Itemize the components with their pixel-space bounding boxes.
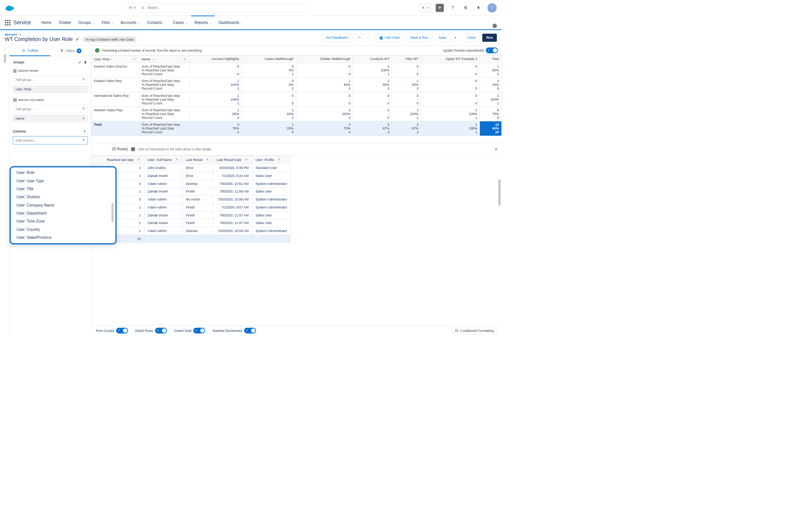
pivot-cell[interactable]: 150%2	[189, 107, 242, 121]
close-details-icon[interactable]: ✕	[494, 147, 498, 152]
column-menu-icon[interactable]: ▼	[244, 158, 249, 162]
pivot-cell[interactable]: 150%2	[296, 77, 353, 92]
pivot-data-col[interactable]: Cases Walkthrough	[242, 55, 296, 63]
table-row[interactable]: 1John DobbsError4/29/2020, 3:38 PMStanda…	[91, 164, 290, 172]
user-avatar[interactable]	[487, 3, 497, 13]
column-option[interactable]: User: User Type	[11, 177, 115, 185]
nav-info-icon[interactable]: i	[492, 24, 497, 28]
help-icon[interactable]: ?	[449, 4, 457, 12]
pivot-cell[interactable]: 2100%2	[296, 107, 353, 121]
delete-groups-icon[interactable]	[83, 60, 87, 65]
nav-item-files[interactable]: Files⌄	[98, 16, 117, 29]
table-row[interactable]: 1Zainab ImamiError7/1/2020, 8:24 AMSales…	[91, 172, 290, 180]
column-option[interactable]: User: Role	[11, 169, 115, 177]
pivot-cell[interactable]: 0-0	[421, 63, 480, 77]
column-menu-icon[interactable]: ▼	[132, 57, 136, 61]
fields-rail[interactable]: › Fields	[0, 46, 10, 335]
save-and-run-button[interactable]: Save & Run	[406, 34, 432, 42]
detail-col-header[interactable]: Last Result Date▼	[213, 156, 252, 164]
table-row[interactable]: 191Zainab ImamiFinish7/6/2020, 11:57 AMS…	[91, 219, 290, 227]
pivot-total-cell[interactable]: 375%4	[296, 121, 353, 136]
nav-item-cases[interactable]: Cases⌄	[169, 16, 191, 29]
pivot-cell[interactable]: 1100%1	[392, 107, 421, 121]
column-menu-icon[interactable]: ▼	[182, 57, 187, 61]
pivot-total-cell[interactable]: 267%3	[353, 121, 392, 136]
column-option[interactable]: User: Company Name	[11, 201, 115, 209]
pivot-row-header[interactable]: Western Sales Rep	[91, 107, 139, 121]
auto-preview-toggle[interactable]: ✓	[486, 47, 498, 53]
global-search[interactable]: All ▼ Search...	[125, 3, 309, 13]
column-option[interactable]: User: State/Province	[11, 234, 115, 242]
pivot-total-cell[interactable]: 1100%1	[421, 121, 480, 136]
undo-button[interactable]	[355, 34, 364, 42]
close-button[interactable]: Close	[463, 34, 480, 42]
pivot-cell[interactable]: 444%9	[480, 77, 502, 92]
pivot-row-header[interactable]: International Sales Rep	[91, 92, 139, 106]
detail-col-header[interactable]: Reached last step▼	[103, 156, 144, 164]
salesforce-logo[interactable]	[5, 4, 16, 11]
pivot-cell[interactable]: 0-0	[353, 92, 392, 106]
pivot-cell[interactable]: 0-0	[242, 92, 296, 106]
table-row[interactable]: 0Adam AdminDismiss7/8/2020, 10:51 AMSyst…	[91, 180, 290, 188]
report-type-label[interactable]: REPORT ▼	[5, 33, 319, 36]
setup-gear-icon[interactable]	[461, 4, 469, 12]
pivot-total-cell[interactable]: 120%5	[242, 121, 296, 136]
pivot-cell[interactable]: 0-0	[296, 92, 353, 106]
nav-item-home[interactable]: Home	[38, 16, 55, 29]
row-counts-toggle[interactable]: ✓	[116, 328, 128, 333]
table-row[interactable]: 1Zainab ImamiFinish7/6/2020, 11:58 AMSal…	[91, 188, 290, 196]
nav-item-chatter[interactable]: Chatter	[55, 16, 75, 29]
pivot-total-cell[interactable]: 267%3	[392, 121, 421, 136]
table-row[interactable]: 181Zainab ImamiFinish7/6/2020, 11:57 AMS…	[91, 211, 290, 219]
nav-item-dashboards[interactable]: Dashboards⌄	[215, 16, 246, 29]
nav-item-contacts[interactable]: Contacts⌄	[144, 16, 169, 29]
save-more-button[interactable]: ▼	[450, 34, 461, 42]
pivot-cell[interactable]: 1100%1	[189, 77, 242, 92]
got-feedback-button[interactable]: Got Feedback?	[322, 34, 353, 42]
stacked-summaries-toggle[interactable]: ✓	[244, 328, 256, 333]
pivot-data-col[interactable]: Oppty WT Example 2	[421, 55, 480, 63]
detail-col-header[interactable]: User: Full Name▼	[144, 156, 182, 164]
column-option[interactable]: User: Country	[11, 226, 115, 234]
column-picker-dropdown[interactable]: User: RoleUser: User TypeUser: TitleUser…	[10, 166, 117, 245]
app-launcher[interactable]: Service	[5, 19, 31, 25]
pivot-cell[interactable]: 0-0	[421, 92, 480, 106]
pivot-col-header[interactable]: User: Role ↑▼	[91, 55, 139, 63]
pivot-cell[interactable]: 0-0	[421, 77, 480, 92]
nav-item-accounts[interactable]: Accounts⌄	[117, 16, 143, 29]
pivot-cell[interactable]: 1100%1	[480, 92, 502, 106]
group-rows-add-input[interactable]	[13, 76, 88, 84]
table-row[interactable]: 171Adam AdminFinish7/1/2020, 9:57 AMSyst…	[91, 203, 290, 211]
pivot-cell[interactable]: 150%2	[353, 77, 392, 92]
pivot-data-col[interactable]: Chatter Walkthrough	[296, 55, 353, 63]
pivot-total-cell[interactable]: 1260%20	[480, 121, 502, 136]
pivot-cell[interactable]: 675%8	[480, 107, 502, 121]
column-option[interactable]: User: Division	[11, 193, 115, 201]
pivot-cell[interactable]: 0-0	[189, 63, 242, 77]
column-menu-icon[interactable]: ▼	[175, 158, 179, 162]
detail-col-header[interactable]: User: Profile▼	[252, 156, 290, 164]
save-button[interactable]: Save	[435, 34, 450, 42]
column-menu-icon[interactable]: ▼	[277, 158, 281, 162]
column-option[interactable]: User: Department	[11, 209, 115, 217]
global-add-button[interactable]: ✚	[436, 4, 444, 12]
favorite-button[interactable]: ★▼	[420, 4, 431, 12]
pivot-cell[interactable]: 150%2	[480, 63, 502, 77]
expand-groups-icon[interactable]: ⤢	[78, 60, 81, 65]
detail-col-header[interactable]: Last Result▼	[182, 156, 213, 164]
pivot-cell[interactable]: 150%2	[242, 107, 296, 121]
group-row-chip-user-role[interactable]: User: Role	[13, 86, 88, 93]
report-source-chip[interactable]: In-App Guidance with User Data	[82, 36, 137, 43]
grand-total-toggle[interactable]: ✓	[193, 328, 205, 333]
pivot-cell[interactable]: 0-0	[296, 63, 353, 77]
pivot-cell[interactable]: 1100%1	[353, 63, 392, 77]
notifications-bell-icon[interactable]	[474, 4, 482, 12]
pivot-data-col[interactable]: Contacts WT	[353, 55, 392, 63]
pivot-cell[interactable]: 150%2	[392, 77, 421, 92]
table-row[interactable]: 201Adam AdminDismiss7/20/2020, 10:56 AMS…	[91, 227, 290, 235]
redo-button[interactable]	[364, 34, 373, 42]
search-scope[interactable]: All	[128, 6, 132, 9]
pivot-cell[interactable]: 00%1	[242, 63, 296, 77]
column-option[interactable]: User: Title	[11, 185, 115, 193]
pivot-cell[interactable]: 0-0	[392, 92, 421, 106]
